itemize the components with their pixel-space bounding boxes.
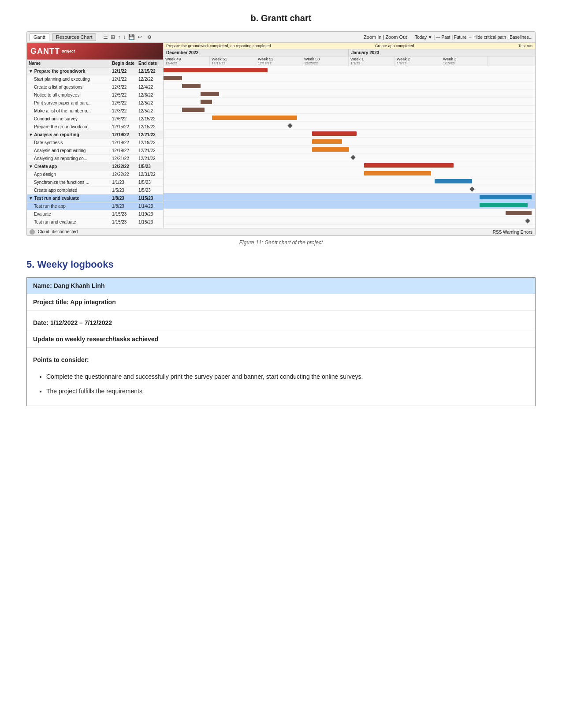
gantt-row: Prepare the groundwork co...12/15/2212/1… <box>27 123 163 131</box>
gantt-bar <box>201 100 212 104</box>
gantt-row: Test run and evaluate1/15/231/15/23 <box>27 218 163 226</box>
info-bar-left: Prepare the groundwork completed, an rep… <box>166 44 271 48</box>
gantt-row: Create app completed1/5/231/5/23 <box>27 187 163 194</box>
gantt-row: ▼ Create app12/22/221/5/23 <box>27 163 163 171</box>
gantt-chart-container: Gantt Resources Chart ☰ ⊞ ↑ ↓ 💾 ↩ ⚙ Zoom… <box>26 31 536 236</box>
gantt-row: Evaluate1/15/231/19/23 <box>27 210 163 218</box>
gantt-row-begin: 12/3/22 <box>110 108 137 114</box>
section-5-heading: 5. Weeky logbooks <box>26 259 536 270</box>
gantt-row-name: Test run the app <box>27 203 110 209</box>
gantt-milestone <box>469 187 474 191</box>
tab-resources-chart[interactable]: Resources Chart <box>52 33 97 41</box>
gantt-row: ▼ Analysis an reporting12/19/2212/21/22 <box>27 131 163 139</box>
gantt-row-name: Analysing an reporting co... <box>27 155 110 162</box>
logbook-date-value: 1/12/2022 – 7/12/2022 <box>50 319 112 326</box>
gantt-row-begin: 12/6/22 <box>110 116 137 122</box>
week-3: Week 31/15/23 <box>441 56 488 66</box>
gantt-row: Notice to all employees12/5/2212/6/22 <box>27 91 163 99</box>
col-header-name: Name <box>27 60 110 67</box>
gantt-chart-row <box>164 169 535 177</box>
gantt-row-begin: 12/15/22 <box>110 123 137 130</box>
gantt-milestone <box>287 123 292 128</box>
gantt-row-begin: 12/5/22 <box>110 100 137 106</box>
gantt-row-begin: 12/19/22 <box>110 139 137 146</box>
gantt-bar <box>164 68 268 72</box>
gantt-row-end: 12/4/22 <box>137 84 163 90</box>
gantt-main: GANTTproject Name Begin date End date ▼ … <box>27 43 535 228</box>
gantt-row: ▼ Test run and evaluate1/8/231/15/23 <box>27 194 163 202</box>
gantt-status-bar: Cloud: disconnected RSS Warning Errors <box>27 228 535 235</box>
logbook-project-field: Project title: App integration <box>27 294 535 310</box>
gantt-bar <box>164 76 182 80</box>
gantt-row-end: 12/19/22 <box>137 139 163 146</box>
gantt-row-end: 1/15/23 <box>137 195 163 202</box>
gantt-row-begin: 1/8/23 <box>110 203 137 209</box>
gantt-row-end: 12/6/22 <box>137 92 163 98</box>
gantt-chart-row <box>164 90 535 98</box>
gantt-bar <box>312 147 349 152</box>
gantt-row-end: 12/5/22 <box>137 100 163 106</box>
week-52: Week 5212/18/22 <box>256 56 302 66</box>
logbook-name-field: Name: Dang Khanh Linh <box>27 278 535 294</box>
logbook-name-label: Name: <box>33 282 52 289</box>
gantt-row-name: Create app completed <box>27 187 110 194</box>
toolbar-icon-undo[interactable]: ↩ <box>138 34 142 40</box>
week-1: Week 11/1/23 <box>349 56 395 66</box>
section-b-heading: b. Grantt chart <box>26 13 536 23</box>
gantt-row-name: Notice to all employees <box>27 92 110 98</box>
gantt-row-begin: 1/15/23 <box>110 219 137 225</box>
gantt-row-name: ▼ Test run and evaluate <box>27 195 110 202</box>
gantt-chart-row <box>164 209 535 217</box>
week-51: Week 5112/11/22 <box>210 56 256 66</box>
gantt-row-name: Evaluate <box>27 211 110 217</box>
logbook-date-label: Date: <box>33 319 48 326</box>
gantt-toolbar: Gantt Resources Chart ☰ ⊞ ↑ ↓ 💾 ↩ ⚙ Zoom… <box>27 32 535 43</box>
list-item: Complete the questionnaire and successfu… <box>46 372 529 381</box>
gantt-row-end: 12/21/22 <box>137 131 163 138</box>
gantt-row-end: 1/5/23 <box>137 179 163 186</box>
gantt-chart-row <box>164 106 535 114</box>
gantt-row-name: Print survey paper and ban... <box>27 100 110 106</box>
gantt-bar <box>480 203 528 207</box>
gantt-row-begin: 1/15/23 <box>110 211 137 217</box>
gantt-row: Date synthesis12/19/2212/19/22 <box>27 139 163 147</box>
gantt-row-name: Make a list of the number o... <box>27 108 110 114</box>
toolbar-icon-up[interactable]: ↑ <box>118 34 120 40</box>
status-right: RSS Warning Errors <box>493 230 532 235</box>
gantt-row-name: Prepare the groundwork co... <box>27 123 110 130</box>
gantt-row-name: Start planning and executing <box>27 76 110 82</box>
month-jan: January 2023 <box>349 49 535 56</box>
tab-gantt[interactable]: Gantt <box>30 33 49 41</box>
logbook-date-field: Date: 1/12/2022 – 7/12/2022 <box>27 315 535 331</box>
zoom-controls[interactable]: Zoom In | Zoom Out <box>364 34 407 40</box>
toolbar-icon-grid[interactable]: ⊞ <box>111 34 115 40</box>
gantt-row-end: 12/2/22 <box>137 76 163 82</box>
gantt-row-name: Conduct online survey <box>27 116 110 122</box>
gantt-row-end: 1/19/23 <box>137 211 163 217</box>
gantt-bar <box>312 131 357 136</box>
gantt-row-end: 12/15/22 <box>137 68 163 75</box>
toolbar-icon-settings[interactable]: ⚙ <box>147 34 152 40</box>
gantt-row: Analysing an reporting co...12/21/2212/2… <box>27 155 163 163</box>
gantt-row-name: ▼ Prepare the groundwork <box>27 68 110 75</box>
logbook-name-value: Dang Khanh Linh <box>54 282 105 289</box>
logbook-points-heading: Points to consider: <box>27 352 535 368</box>
gantt-row: Start planning and executing12/1/2212/2/… <box>27 75 163 83</box>
gantt-row-end: 12/15/22 <box>137 123 163 130</box>
gantt-row: Make a list of the number o...12/3/2212/… <box>27 107 163 115</box>
gantt-chart-row <box>164 177 535 185</box>
gantt-bar <box>182 108 205 112</box>
gantt-bar <box>506 211 532 215</box>
gantt-rows-left: ▼ Prepare the groundwork12/1/2212/15/22 … <box>27 67 163 228</box>
gantt-row-end: 12/15/22 <box>137 116 163 122</box>
gantt-chart-row <box>164 114 535 122</box>
toolbar-icon-save[interactable]: 💾 <box>128 34 135 40</box>
toolbar-icon-down[interactable]: ↓ <box>123 34 126 40</box>
gantt-row-end: 1/15/23 <box>137 219 163 225</box>
gantt-row-end: 12/31/22 <box>137 171 163 178</box>
gantt-row-name: App design <box>27 171 110 178</box>
gantt-row-name: Date synthesis <box>27 139 110 146</box>
week-53: Week 5312/25/22 <box>302 56 349 66</box>
toolbar-icon-menu[interactable]: ☰ <box>103 34 108 40</box>
info-bar-right: Create app completed <box>375 44 414 48</box>
